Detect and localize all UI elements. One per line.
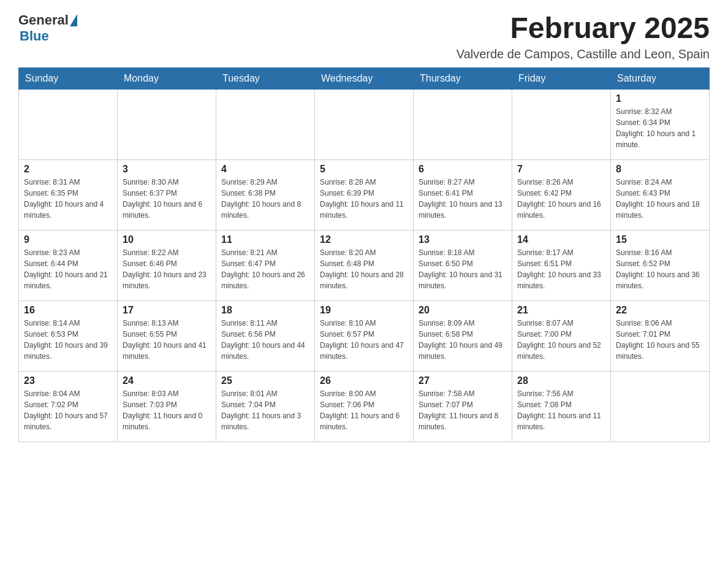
day-info: Sunrise: 8:01 AM Sunset: 7:04 PM Dayligh… (221, 388, 309, 432)
table-row: 13Sunrise: 8:18 AM Sunset: 6:50 PM Dayli… (414, 230, 512, 301)
day-info: Sunrise: 8:23 AM Sunset: 6:44 PM Dayligh… (24, 247, 112, 291)
day-number: 24 (123, 375, 211, 386)
table-row: 6Sunrise: 8:27 AM Sunset: 6:41 PM Daylig… (414, 159, 512, 230)
day-info: Sunrise: 8:30 AM Sunset: 6:37 PM Dayligh… (123, 177, 211, 221)
day-number: 21 (517, 305, 605, 316)
day-info: Sunrise: 8:04 AM Sunset: 7:02 PM Dayligh… (24, 388, 112, 432)
day-info: Sunrise: 8:18 AM Sunset: 6:50 PM Dayligh… (419, 247, 507, 291)
table-row (19, 89, 118, 159)
month-title: February 2025 (457, 12, 710, 45)
header-saturday: Saturday (611, 67, 710, 89)
table-row: 1Sunrise: 8:32 AM Sunset: 6:34 PM Daylig… (611, 89, 710, 159)
day-info: Sunrise: 7:58 AM Sunset: 7:07 PM Dayligh… (419, 388, 507, 432)
day-number: 17 (123, 305, 211, 316)
table-row: 15Sunrise: 8:16 AM Sunset: 6:52 PM Dayli… (611, 230, 710, 301)
day-number: 10 (123, 234, 211, 245)
day-number: 1 (616, 93, 704, 104)
day-info: Sunrise: 8:20 AM Sunset: 6:48 PM Dayligh… (320, 247, 408, 291)
day-info: Sunrise: 8:03 AM Sunset: 7:03 PM Dayligh… (123, 388, 211, 432)
day-info: Sunrise: 8:07 AM Sunset: 7:00 PM Dayligh… (517, 318, 605, 362)
table-row: 2Sunrise: 8:31 AM Sunset: 6:35 PM Daylig… (19, 159, 118, 230)
day-info: Sunrise: 8:14 AM Sunset: 6:53 PM Dayligh… (24, 318, 112, 362)
header-thursday: Thursday (414, 67, 512, 89)
day-number: 23 (24, 375, 112, 386)
table-row (414, 89, 512, 159)
table-row: 27Sunrise: 7:58 AM Sunset: 7:07 PM Dayli… (414, 371, 512, 442)
day-number: 15 (616, 234, 704, 245)
header-monday: Monday (118, 67, 216, 89)
day-info: Sunrise: 8:27 AM Sunset: 6:41 PM Dayligh… (419, 177, 507, 221)
table-row (118, 89, 216, 159)
week-row-2: 2Sunrise: 8:31 AM Sunset: 6:35 PM Daylig… (19, 159, 710, 230)
day-number: 5 (320, 164, 408, 175)
day-number: 8 (616, 164, 704, 175)
table-row: 16Sunrise: 8:14 AM Sunset: 6:53 PM Dayli… (19, 301, 118, 371)
day-number: 19 (320, 305, 408, 316)
day-info: Sunrise: 8:32 AM Sunset: 6:34 PM Dayligh… (616, 106, 704, 150)
day-number: 11 (221, 234, 309, 245)
table-row: 8Sunrise: 8:24 AM Sunset: 6:43 PM Daylig… (611, 159, 710, 230)
day-info: Sunrise: 8:09 AM Sunset: 6:58 PM Dayligh… (419, 318, 507, 362)
table-row: 4Sunrise: 8:29 AM Sunset: 6:38 PM Daylig… (216, 159, 315, 230)
header-tuesday: Tuesday (216, 67, 315, 89)
day-number: 14 (517, 234, 605, 245)
day-number: 9 (24, 234, 112, 245)
table-row: 17Sunrise: 8:13 AM Sunset: 6:55 PM Dayli… (118, 301, 216, 371)
table-row: 25Sunrise: 8:01 AM Sunset: 7:04 PM Dayli… (216, 371, 315, 442)
day-info: Sunrise: 8:22 AM Sunset: 6:46 PM Dayligh… (123, 247, 211, 291)
week-row-3: 9Sunrise: 8:23 AM Sunset: 6:44 PM Daylig… (19, 230, 710, 301)
day-info: Sunrise: 8:10 AM Sunset: 6:57 PM Dayligh… (320, 318, 408, 362)
day-number: 25 (221, 375, 309, 386)
day-info: Sunrise: 7:56 AM Sunset: 7:08 PM Dayligh… (517, 388, 605, 432)
table-row: 10Sunrise: 8:22 AM Sunset: 6:46 PM Dayli… (118, 230, 216, 301)
table-row: 12Sunrise: 8:20 AM Sunset: 6:48 PM Dayli… (315, 230, 414, 301)
day-info: Sunrise: 8:21 AM Sunset: 6:47 PM Dayligh… (221, 247, 309, 291)
logo-triangle-icon (70, 14, 77, 26)
table-row: 21Sunrise: 8:07 AM Sunset: 7:00 PM Dayli… (512, 301, 611, 371)
calendar-table: Sunday Monday Tuesday Wednesday Thursday… (18, 67, 710, 442)
header: General Blue February 2025 Valverde de C… (18, 12, 710, 61)
day-info: Sunrise: 8:16 AM Sunset: 6:52 PM Dayligh… (616, 247, 704, 291)
logo-blue-text: Blue (20, 28, 49, 44)
location-subtitle: Valverde de Campos, Castille and Leon, S… (457, 47, 710, 61)
week-row-4: 16Sunrise: 8:14 AM Sunset: 6:53 PM Dayli… (19, 301, 710, 371)
table-row: 23Sunrise: 8:04 AM Sunset: 7:02 PM Dayli… (19, 371, 118, 442)
header-friday: Friday (512, 67, 611, 89)
day-info: Sunrise: 8:26 AM Sunset: 6:42 PM Dayligh… (517, 177, 605, 221)
day-number: 4 (221, 164, 309, 175)
day-number: 18 (221, 305, 309, 316)
calendar-header-row: Sunday Monday Tuesday Wednesday Thursday… (19, 67, 710, 89)
day-number: 20 (419, 305, 507, 316)
day-number: 27 (419, 375, 507, 386)
table-row: 22Sunrise: 8:06 AM Sunset: 7:01 PM Dayli… (611, 301, 710, 371)
title-area: February 2025 Valverde de Campos, Castil… (457, 12, 710, 61)
logo-general-text: General (18, 12, 69, 28)
day-info: Sunrise: 8:17 AM Sunset: 6:51 PM Dayligh… (517, 247, 605, 291)
table-row: 28Sunrise: 7:56 AM Sunset: 7:08 PM Dayli… (512, 371, 611, 442)
day-number: 22 (616, 305, 704, 316)
day-number: 28 (517, 375, 605, 386)
table-row: 5Sunrise: 8:28 AM Sunset: 6:39 PM Daylig… (315, 159, 414, 230)
logo: General Blue (18, 12, 77, 44)
table-row: 19Sunrise: 8:10 AM Sunset: 6:57 PM Dayli… (315, 301, 414, 371)
day-info: Sunrise: 8:29 AM Sunset: 6:38 PM Dayligh… (221, 177, 309, 221)
day-number: 26 (320, 375, 408, 386)
day-info: Sunrise: 8:13 AM Sunset: 6:55 PM Dayligh… (123, 318, 211, 362)
day-number: 13 (419, 234, 507, 245)
day-number: 16 (24, 305, 112, 316)
table-row: 20Sunrise: 8:09 AM Sunset: 6:58 PM Dayli… (414, 301, 512, 371)
table-row: 11Sunrise: 8:21 AM Sunset: 6:47 PM Dayli… (216, 230, 315, 301)
table-row (315, 89, 414, 159)
day-info: Sunrise: 8:06 AM Sunset: 7:01 PM Dayligh… (616, 318, 704, 362)
day-info: Sunrise: 8:11 AM Sunset: 6:56 PM Dayligh… (221, 318, 309, 362)
week-row-1: 1Sunrise: 8:32 AM Sunset: 6:34 PM Daylig… (19, 89, 710, 159)
table-row: 9Sunrise: 8:23 AM Sunset: 6:44 PM Daylig… (19, 230, 118, 301)
day-number: 12 (320, 234, 408, 245)
table-row: 18Sunrise: 8:11 AM Sunset: 6:56 PM Dayli… (216, 301, 315, 371)
table-row: 14Sunrise: 8:17 AM Sunset: 6:51 PM Dayli… (512, 230, 611, 301)
week-row-5: 23Sunrise: 8:04 AM Sunset: 7:02 PM Dayli… (19, 371, 710, 442)
day-info: Sunrise: 8:00 AM Sunset: 7:06 PM Dayligh… (320, 388, 408, 432)
day-number: 6 (419, 164, 507, 175)
day-number: 3 (123, 164, 211, 175)
table-row (611, 371, 710, 442)
